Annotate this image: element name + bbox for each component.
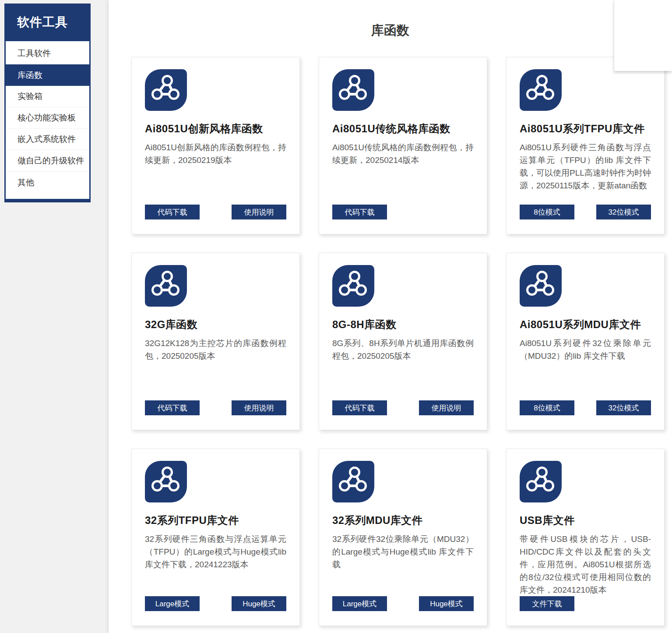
card-description: Ai8051U系列硬件32位乘除单元（MDU32）的lib 库文件下载 [520, 337, 651, 362]
card-actions: 代码下载 使用说明 [145, 205, 286, 219]
molecule-icon [520, 265, 562, 307]
card-title: 32系列MDU库文件 [332, 513, 474, 527]
molecule-icon [145, 69, 187, 111]
usage-guide-button[interactable]: 使用说明 [419, 400, 474, 415]
card-description: 32系列硬件32位乘除单元（MDU32）的Large模式与Huge模式lib 库… [332, 533, 474, 571]
molecule-icon [520, 69, 562, 111]
card-ai8051u-mdu-lib: Ai8051U系列MDU库文件 Ai8051U系列硬件32位乘除单元（MDU32… [506, 253, 665, 430]
molecule-icon [145, 265, 187, 307]
large-mode-button[interactable]: Large模式 [145, 596, 200, 611]
card-ai8051u-innovative-lib: Ai8051U创新风格库函数 Ai8051U创新风格的库函数例程包，持续更新，2… [131, 57, 300, 234]
card-32-tfpu-lib: 32系列TFPU库文件 32系列硬件三角函数与浮点运算单元（TFPU）的Larg… [131, 449, 300, 626]
card-actions: 代码下载 使用说明 [332, 400, 474, 415]
card-actions: 文件下载 [520, 596, 651, 611]
card-description: 8G系列、8H系列单片机通用库函数例程包，20250205版本 [332, 337, 474, 362]
large-mode-button[interactable]: Large模式 [332, 596, 387, 611]
card-actions: 8位模式 32位模式 [520, 400, 651, 415]
card-description: Ai8051U传统风格的库函数例程包，持续更新，20250214版本 [332, 141, 474, 166]
card-ai8051u-tfpu-lib: Ai8051U系列TFPU库文件 Ai8051U系列硬件三角函数与浮点运算单元（… [506, 57, 665, 234]
card-actions: 代码下载 [332, 205, 474, 219]
code-download-button[interactable]: 代码下载 [332, 205, 387, 219]
huge-mode-button[interactable]: Huge模式 [419, 596, 474, 611]
card-title: 8G-8H库函数 [332, 318, 474, 332]
sidebar-item-experiment-box[interactable]: 实验箱 [6, 86, 89, 107]
molecule-icon [332, 69, 374, 111]
card-title: Ai8051U创新风格库函数 [145, 122, 286, 136]
card-title: 32系列TFPU库文件 [145, 513, 286, 527]
sidebar-title: 软件工具 [4, 4, 91, 41]
card-title: Ai8051U系列MDU库文件 [520, 318, 651, 332]
page-title: 库函数 [109, 0, 672, 39]
sidebar-item-tool-software[interactable]: 工具软件 [6, 43, 89, 64]
card-actions: Large模式 Huge模式 [145, 596, 286, 611]
molecule-icon [520, 461, 562, 502]
code-download-button[interactable]: 代码下载 [145, 400, 200, 415]
mode-32bit-button[interactable]: 32位模式 [596, 205, 651, 219]
card-ai8051u-traditional-lib: Ai8051U传统风格库函数 Ai8051U传统风格的库函数例程包，持续更新，2… [319, 57, 487, 234]
card-title: 32G库函数 [145, 318, 286, 332]
mode-8bit-button[interactable]: 8位模式 [520, 205, 574, 219]
code-download-button[interactable]: 代码下载 [332, 400, 387, 415]
code-download-button[interactable]: 代码下载 [145, 205, 200, 219]
sidebar: 软件工具 工具软件 库函数 实验箱 核心功能实验板 嵌入式系统软件 做自己的升级… [4, 4, 91, 202]
sidebar-nav: 工具软件 库函数 实验箱 核心功能实验板 嵌入式系统软件 做自己的升级软件 其他 [4, 41, 91, 202]
card-title: Ai8051U系列TFPU库文件 [520, 122, 651, 136]
corner-overlay-panel [614, 0, 672, 71]
sidebar-item-embedded-system-software[interactable]: 嵌入式系统软件 [6, 129, 89, 150]
card-description: 带硬件USB模块的芯片，USB-HID/CDC库文件以及配套的头文件，应用范例。… [520, 533, 651, 596]
usage-guide-button[interactable]: 使用说明 [232, 400, 286, 415]
sidebar-item-core-function-board[interactable]: 核心功能实验板 [6, 107, 89, 129]
molecule-icon [332, 461, 374, 502]
usage-guide-button[interactable]: 使用说明 [232, 205, 286, 219]
card-actions: 8位模式 32位模式 [520, 205, 651, 219]
file-download-button[interactable]: 文件下载 [520, 596, 574, 611]
card-usb-lib: USB库文件 带硬件USB模块的芯片，USB-HID/CDC库文件以及配套的头文… [506, 449, 665, 626]
molecule-icon [145, 461, 187, 502]
card-description: 32G12K128为主控芯片的库函数例程包，20250205版本 [145, 337, 286, 362]
card-description: 32系列硬件三角函数与浮点运算单元（TFPU）的Large模式与Huge模式li… [145, 533, 286, 571]
card-actions: 代码下载 使用说明 [145, 400, 286, 415]
card-8g-8h-lib: 8G-8H库函数 8G系列、8H系列单片机通用库函数例程包，20250205版本… [319, 253, 487, 430]
sidebar-item-other[interactable]: 其他 [6, 172, 89, 193]
card-title: Ai8051U传统风格库函数 [332, 122, 474, 136]
sidebar-item-library-functions[interactable]: 库函数 [4, 64, 91, 86]
card-32g-lib: 32G库函数 32G12K128为主控芯片的库函数例程包，20250205版本 … [131, 253, 300, 430]
sidebar-item-upgrade-software[interactable]: 做自己的升级软件 [6, 150, 89, 172]
card-title: USB库文件 [520, 513, 651, 527]
molecule-icon [332, 265, 374, 307]
mode-8bit-button[interactable]: 8位模式 [520, 400, 574, 415]
card-description: Ai8051U创新风格的库函数例程包，持续更新，20250219版本 [145, 141, 286, 166]
card-description: Ai8051U系列硬件三角函数与浮点运算单元（TFPU）的lib 库文件下载，可… [520, 141, 651, 192]
main-panel: 库函数 Ai8051U创新风格库函数 Ai8051U创新风格的库函数例程包，持续… [109, 0, 672, 633]
card-32-mdu-lib: 32系列MDU库文件 32系列硬件32位乘除单元（MDU32）的Large模式与… [319, 449, 487, 626]
mode-32bit-button[interactable]: 32位模式 [596, 400, 651, 415]
huge-mode-button[interactable]: Huge模式 [232, 596, 286, 611]
card-actions: Large模式 Huge模式 [332, 596, 474, 611]
card-grid: Ai8051U创新风格库函数 Ai8051U创新风格的库函数例程包，持续更新，2… [109, 57, 672, 626]
